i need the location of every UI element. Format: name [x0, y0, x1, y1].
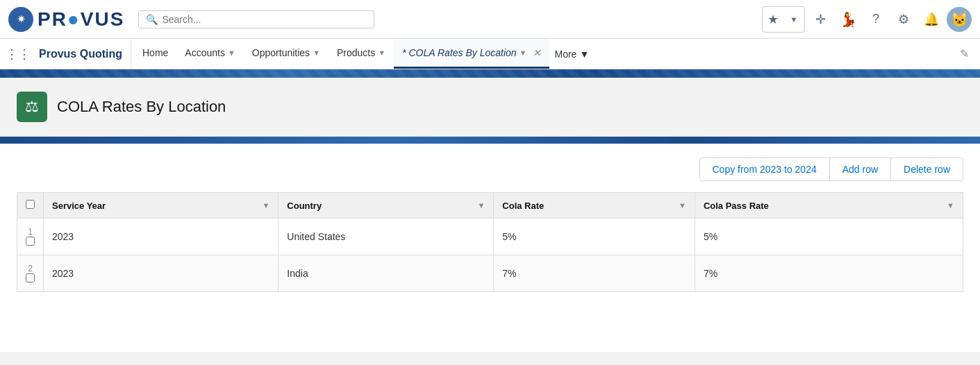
cola-pass-rate-header[interactable]: Cola Pass Rate ▼	[695, 193, 963, 219]
service-year-label: Service Year	[52, 201, 106, 211]
row-number: 1	[28, 227, 33, 237]
service-year-header[interactable]: Service Year ▼	[44, 193, 279, 219]
logo-icon: ✷	[8, 7, 33, 32]
help-button[interactable]: ?	[863, 7, 888, 32]
logo-text: PR●VUS	[38, 8, 124, 31]
copy-from-2023-button[interactable]: Copy from 2023 to 2024	[699, 158, 830, 181]
nav-cola-rates-label: * COLA Rates By Location	[402, 47, 516, 58]
search-input[interactable]	[162, 14, 367, 25]
page-title: COLA Rates By Location	[57, 98, 226, 116]
cola-pass-rate-sort-icon: ▼	[947, 201, 954, 210]
cola-rate-label: Cola Rate	[502, 201, 544, 211]
cola-pass-rate-cell: 5%	[695, 219, 963, 255]
table-row: 1 2023 United States 5% 5%	[17, 219, 963, 255]
table-header-row: Service Year ▼ Country ▼ Cola Rate ▼	[17, 193, 963, 219]
add-row-button[interactable]: Add row	[830, 158, 891, 181]
row-checkbox[interactable]	[26, 273, 35, 282]
nav-home-label: Home	[142, 47, 168, 58]
star-button[interactable]: ★	[763, 7, 783, 32]
bottom-banner	[0, 137, 980, 144]
row-number: 2	[28, 264, 33, 273]
cola-rate-cell: 7%	[494, 255, 695, 292]
select-all-checkbox[interactable]	[26, 200, 35, 209]
cola-rates-close-icon[interactable]: ✕	[533, 48, 541, 58]
country-cell: India	[279, 255, 494, 292]
setup-assistant-button[interactable]: 💃	[836, 7, 861, 32]
logo[interactable]: ✷ PR●VUS	[8, 7, 124, 32]
row-checkbox-cell: 2	[17, 255, 44, 292]
more-chevron-icon: ▼	[579, 49, 589, 60]
nav-products[interactable]: Products ▼	[329, 39, 394, 69]
nav-opportunities[interactable]: Opportunities ▼	[244, 39, 329, 69]
row-checkbox[interactable]	[26, 237, 35, 246]
search-icon: 🔍	[146, 14, 158, 25]
app-name-label: Provus Quoting	[36, 39, 131, 69]
cola-pass-rate-label: Cola Pass Rate	[704, 201, 769, 211]
notifications-button[interactable]: 🔔	[919, 7, 944, 32]
nav-bar: ⋮⋮ Provus Quoting Home Accounts ▼ Opport…	[0, 39, 980, 69]
edit-nav-icon[interactable]: ✎	[954, 39, 974, 69]
add-button[interactable]: ✛	[808, 7, 833, 32]
settings-button[interactable]: ⚙	[891, 7, 916, 32]
nav-cola-rates[interactable]: * COLA Rates By Location ▼ ✕	[394, 39, 549, 69]
top-banner	[0, 69, 980, 78]
row-checkbox-cell: 1	[17, 219, 44, 255]
favorites-group: ★ ▼	[762, 6, 805, 33]
page-header: ⚖ COLA Rates By Location	[0, 78, 980, 137]
action-buttons: Copy from 2023 to 2024 Add row Delete ro…	[17, 158, 963, 181]
cola-pass-rate-cell: 7%	[695, 255, 963, 292]
country-label: Country	[287, 201, 322, 211]
country-header[interactable]: Country ▼	[279, 193, 494, 219]
nav-more-label: More	[555, 49, 577, 60]
table-row: 2 2023 India 7% 7%	[17, 255, 963, 292]
nav-products-label: Products	[337, 47, 375, 58]
cola-rate-sort-icon: ▼	[679, 201, 686, 210]
service-year-cell: 2023	[44, 219, 279, 255]
nav-more[interactable]: More ▼	[549, 39, 595, 69]
service-year-cell: 2023	[44, 255, 279, 292]
service-year-sort-icon: ▼	[262, 201, 269, 210]
delete-row-button[interactable]: Delete row	[891, 158, 963, 181]
cola-rates-chevron-icon: ▼	[520, 49, 527, 57]
user-avatar[interactable]: 🐱	[947, 7, 972, 32]
cola-rates-table: Service Year ▼ Country ▼ Cola Rate ▼	[17, 192, 963, 292]
nav-accounts-label: Accounts	[185, 47, 225, 58]
cola-rate-header[interactable]: Cola Rate ▼	[494, 193, 695, 219]
opportunities-chevron-icon: ▼	[313, 49, 320, 57]
products-chevron-icon: ▼	[378, 49, 385, 57]
search-bar[interactable]: 🔍	[138, 10, 374, 28]
top-bar: ✷ PR●VUS 🔍 ★ ▼ ✛ 💃 ? ⚙ 🔔 🐱	[0, 0, 980, 39]
main-content: Copy from 2023 to 2024 Add row Delete ro…	[0, 144, 980, 352]
accounts-chevron-icon: ▼	[228, 49, 235, 57]
cola-rate-cell: 5%	[494, 219, 695, 255]
app-grid-button[interactable]: ⋮⋮	[6, 39, 31, 69]
nav-accounts[interactable]: Accounts ▼	[176, 39, 243, 69]
country-sort-icon: ▼	[477, 201, 485, 210]
country-cell: United States	[279, 219, 494, 255]
page-icon: ⚖	[17, 92, 47, 122]
star-dropdown-button[interactable]: ▼	[783, 7, 804, 32]
nav-home[interactable]: Home	[134, 39, 176, 69]
select-all-header	[17, 193, 44, 219]
nav-opportunities-label: Opportunities	[252, 47, 310, 58]
top-icons: ★ ▼ ✛ 💃 ? ⚙ 🔔 🐱	[762, 6, 972, 33]
